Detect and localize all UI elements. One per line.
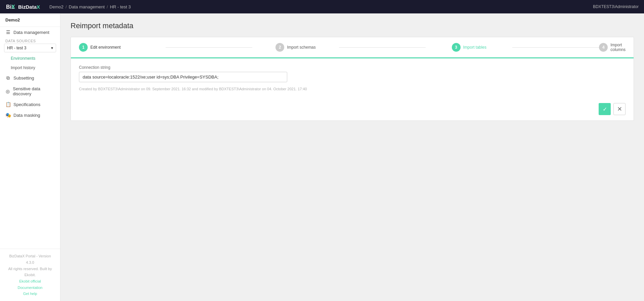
page-title: Reimport metadata	[71, 21, 634, 30]
sidebar-item-subsetting[interactable]: ⧉ Subsetting	[0, 72, 60, 84]
logo-text: BizDataX	[18, 4, 40, 10]
topbar: Biz X BizDataX Demo2 / Data management /…	[0, 0, 644, 13]
sidebar-item-data-management[interactable]: ☰ Data management	[0, 27, 60, 38]
sidebar-item-subsetting-label: Subsetting	[13, 76, 34, 81]
documentation-link[interactable]: Documentation	[5, 285, 55, 291]
step-1-circle: 1	[79, 43, 88, 52]
topbar-left: Biz X BizDataX Demo2 / Data management /…	[5, 1, 131, 12]
breadcrumb-data-mgmt[interactable]: Data management	[69, 4, 105, 9]
dropdown-arrow-icon: ▾	[51, 46, 53, 50]
connection-string-input[interactable]	[79, 72, 287, 82]
sensitive-data-icon: ◎	[5, 89, 10, 94]
step-connector-3	[512, 47, 599, 48]
subsetting-icon: ⧉	[5, 75, 11, 81]
logo-icon: Biz X	[5, 1, 16, 12]
stepper: 1 Edit environment 2 Import schemas 3 Im…	[71, 37, 634, 58]
data-sources-label: Data sources	[0, 38, 60, 44]
version-text: BizDataX Portal - Version 4.3.0	[9, 254, 51, 264]
get-help-link[interactable]: Get help	[5, 291, 55, 297]
sidebar-item-data-management-label: Data management	[13, 30, 49, 35]
step-3-circle: 3	[452, 43, 461, 52]
sidebar-item-specifications-label: Specifications	[13, 102, 40, 107]
breadcrumb-sep2: /	[107, 4, 108, 9]
sidebar-subitem-import-history[interactable]: Import history	[0, 63, 60, 72]
sidebar-footer: BizDataX Portal - Version 4.3.0 All righ…	[0, 249, 60, 301]
topbar-user: BDXTEST3\Administrator	[593, 4, 639, 9]
ekobit-link[interactable]: Ekobit official	[5, 278, 55, 285]
step-2: 2 Import schemas	[252, 43, 339, 52]
sidebar-subitem-environments[interactable]: Environments	[0, 54, 60, 63]
step-connector-2	[339, 47, 426, 48]
step-3: 3 Import tables	[426, 43, 512, 52]
breadcrumb-demo[interactable]: Demo2	[49, 4, 63, 9]
step-2-circle: 2	[275, 43, 284, 52]
cancel-button[interactable]: ✕	[613, 103, 626, 115]
form-content: Connection string Created by BDXTEST3\Ad…	[71, 58, 634, 98]
rights-text: All rights reserved. Built by Ekobit.	[8, 267, 52, 277]
breadcrumb-hr-test3: HR - test 3	[110, 4, 131, 9]
sidebar-item-specifications[interactable]: 📋 Specifications	[0, 99, 60, 110]
logo: Biz X BizDataX	[5, 1, 40, 12]
data-management-icon: ☰	[5, 30, 11, 35]
step-2-label: Import schemas	[287, 45, 315, 50]
wizard-card: 1 Edit environment 2 Import schemas 3 Im…	[71, 37, 634, 121]
sidebar-item-data-masking[interactable]: 🎭 Data masking	[0, 110, 60, 120]
close-icon: ✕	[617, 105, 622, 113]
main-layout: Demo2 ☰ Data management Data sources HR …	[0, 13, 644, 301]
step-4-circle: 4	[599, 43, 608, 52]
step-1: 1 Edit environment	[79, 43, 166, 52]
checkmark-icon: ✓	[603, 106, 607, 112]
step-4: 4 Import columns	[599, 43, 626, 52]
sidebar-item-sensitive-data-label: Sensitive data discovery	[13, 86, 55, 96]
step-4-label: Import columns	[610, 43, 626, 52]
breadcrumb-sep1: /	[66, 4, 67, 9]
sidebar-item-data-masking-label: Data masking	[13, 113, 40, 118]
svg-text:X: X	[11, 4, 15, 10]
step-connector-1	[166, 47, 252, 48]
step-3-label: Import tables	[463, 45, 486, 50]
data-masking-icon: 🎭	[5, 112, 11, 118]
confirm-button[interactable]: ✓	[599, 103, 611, 115]
sidebar: Demo2 ☰ Data management Data sources HR …	[0, 13, 60, 301]
data-source-selector[interactable]: HR - test 3 ▾	[4, 44, 56, 52]
content-area: Reimport metadata 1 Edit environment 2 I…	[60, 13, 644, 301]
specifications-icon: 📋	[5, 102, 11, 107]
step-1-label: Edit environment	[90, 45, 121, 50]
breadcrumb: Demo2 / Data management / HR - test 3	[49, 4, 131, 9]
sidebar-item-sensitive-data[interactable]: ◎ Sensitive data discovery	[0, 84, 60, 99]
sidebar-project: Demo2	[0, 13, 60, 27]
form-actions: ✓ ✕	[71, 98, 634, 120]
connection-string-label: Connection string	[79, 65, 626, 70]
data-source-value: HR - test 3	[7, 46, 26, 50]
form-meta-text: Created by BDXTEST3\Administrator on 09.…	[79, 87, 626, 91]
